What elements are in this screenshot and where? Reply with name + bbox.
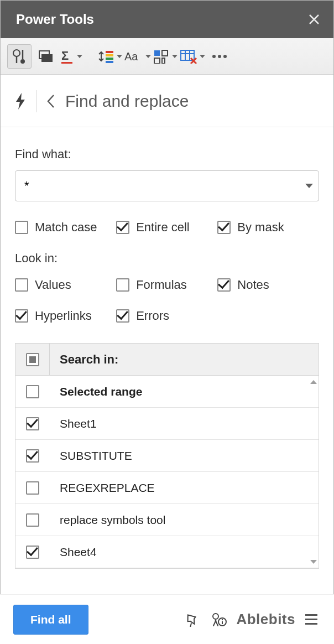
app-title: Power Tools — [16, 12, 94, 27]
chevron-down-icon — [200, 55, 205, 58]
search-in-header-label: Search in: — [50, 352, 118, 367]
toolbar-text-case[interactable]: Aa — [124, 49, 151, 64]
content: Find what: Match case Entire cell By mas… — [1, 127, 333, 574]
svg-point-21 — [212, 55, 216, 58]
svg-rect-14 — [162, 50, 168, 56]
checkbox-icon — [26, 546, 39, 559]
entire-cell-checkbox[interactable]: Entire cell — [116, 220, 217, 235]
checkbox-icon — [116, 221, 129, 234]
svg-point-23 — [223, 55, 227, 58]
toolbar: Σ Aa — [1, 38, 333, 75]
table-row[interactable]: SUBSTITUTE — [15, 440, 319, 472]
chevron-down-icon — [172, 55, 178, 58]
row-checkbox[interactable] — [15, 417, 50, 430]
pin-icon[interactable] — [181, 609, 203, 631]
divider — [36, 90, 36, 112]
checkbox-icon — [26, 385, 39, 398]
row-label: replace symbols tool — [50, 513, 165, 527]
entire-cell-label: Entire cell — [136, 220, 190, 235]
find-input[interactable] — [24, 179, 305, 193]
notes-checkbox[interactable]: Notes — [217, 278, 319, 292]
row-label: Selected range — [50, 385, 142, 398]
back-icon[interactable] — [46, 94, 55, 108]
hyperlinks-checkbox[interactable]: Hyperlinks — [15, 309, 116, 323]
chevron-down-icon — [145, 55, 151, 58]
menu-icon[interactable] — [302, 611, 321, 628]
row-checkbox[interactable] — [15, 513, 50, 527]
checkbox-icon — [26, 481, 39, 495]
find-all-button[interactable]: Find all — [13, 605, 88, 635]
match-case-checkbox[interactable]: Match case — [15, 220, 116, 235]
checkbox-icon — [116, 278, 129, 292]
toolbar-sheets[interactable] — [34, 44, 58, 69]
svg-rect-15 — [154, 58, 160, 64]
toolbar-function[interactable]: Σ — [60, 49, 82, 64]
errors-label: Errors — [136, 309, 169, 323]
info-icon[interactable] — [207, 609, 229, 631]
select-all-checkbox[interactable] — [15, 344, 50, 375]
dropdown-icon[interactable] — [305, 184, 313, 188]
search-in-table: Search in: Selected rangeSheet1SUBSTITUT… — [15, 343, 319, 569]
row-label: Sheet1 — [50, 417, 97, 430]
checkbox-icon — [15, 221, 28, 234]
errors-checkbox[interactable]: Errors — [116, 309, 217, 323]
values-label: Values — [35, 278, 71, 292]
toolbar-sort[interactable] — [98, 49, 122, 64]
checkbox-icon — [217, 221, 231, 234]
table-header: Search in: — [15, 344, 319, 376]
brand-label: Ablebits — [236, 611, 295, 628]
page-title: Find and replace — [65, 92, 189, 111]
table-row[interactable]: Sheet4 — [15, 536, 319, 568]
find-options-row: Match case Entire cell By mask — [15, 220, 319, 235]
svg-rect-10 — [106, 58, 113, 60]
match-case-label: Match case — [35, 220, 97, 235]
look-in-row-2: Hyperlinks Errors — [15, 309, 319, 323]
hyperlinks-label: Hyperlinks — [35, 309, 92, 323]
checkbox-icon — [116, 309, 129, 323]
table-row[interactable]: REGEXREPLACE — [15, 472, 319, 504]
chevron-down-icon — [117, 55, 122, 58]
close-icon[interactable] — [308, 13, 320, 25]
toolbar-smart-toolbar[interactable] — [7, 44, 32, 69]
svg-point-22 — [218, 55, 221, 58]
svg-rect-5 — [41, 54, 53, 62]
titlebar: Power Tools — [1, 1, 333, 38]
look-in-label: Look in: — [15, 251, 319, 266]
row-checkbox[interactable] — [15, 546, 50, 559]
row-checkbox[interactable] — [15, 449, 50, 463]
checkbox-icon — [15, 309, 28, 323]
svg-point-26 — [222, 619, 223, 620]
table-row[interactable]: Sheet1 — [15, 408, 319, 440]
svg-point-0 — [13, 50, 20, 56]
svg-rect-13 — [154, 50, 160, 56]
row-label: REGEXREPLACE — [50, 481, 155, 495]
svg-rect-9 — [106, 54, 113, 56]
svg-rect-7 — [61, 62, 72, 64]
table-body[interactable]: Selected rangeSheet1SUBSTITUTEREGEXREPLA… — [15, 376, 319, 568]
svg-point-3 — [20, 59, 25, 64]
by-mask-checkbox[interactable]: By mask — [217, 220, 319, 235]
table-row[interactable]: replace symbols tool — [15, 504, 319, 536]
find-label: Find what: — [15, 147, 319, 162]
formulas-label: Formulas — [136, 278, 187, 292]
checkbox-icon — [26, 449, 39, 463]
svg-point-24 — [213, 614, 218, 619]
formulas-checkbox[interactable]: Formulas — [116, 278, 217, 292]
toolbar-remove[interactable] — [180, 49, 205, 64]
svg-text:Aa: Aa — [124, 50, 138, 63]
row-label: SUBSTITUTE — [50, 449, 132, 463]
values-checkbox[interactable]: Values — [15, 278, 116, 292]
page-header: Find and replace — [1, 75, 333, 127]
look-in-row-1: Values Formulas Notes — [15, 278, 319, 292]
row-checkbox[interactable] — [15, 481, 50, 495]
toolbar-more[interactable] — [207, 44, 232, 69]
table-row[interactable]: Selected range — [15, 376, 319, 408]
row-checkbox[interactable] — [15, 385, 50, 398]
toolbar-split[interactable] — [153, 49, 178, 64]
bolt-icon[interactable] — [15, 93, 26, 110]
find-input-wrap[interactable] — [15, 170, 319, 201]
row-label: Sheet4 — [50, 546, 97, 559]
svg-text:Σ: Σ — [61, 49, 69, 63]
checkbox-icon — [217, 278, 231, 292]
svg-rect-8 — [106, 51, 113, 53]
